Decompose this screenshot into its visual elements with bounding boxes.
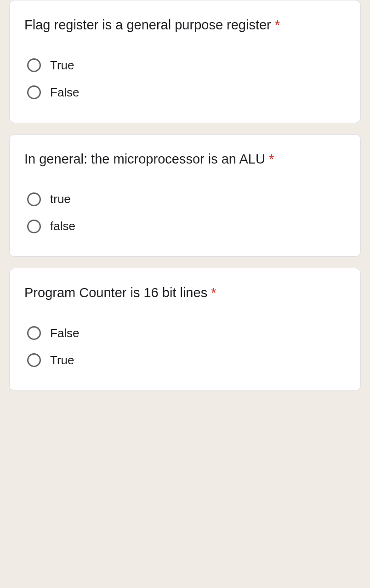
options-group: true false (24, 186, 346, 240)
radio-icon (27, 353, 41, 367)
option-label: false (50, 219, 75, 233)
radio-icon (27, 192, 41, 206)
question-text: Flag register is a general purpose regis… (24, 15, 346, 35)
required-indicator: * (211, 285, 216, 300)
question-label: Flag register is a general purpose regis… (24, 17, 271, 32)
option-label: False (50, 326, 80, 340)
radio-option-false[interactable]: False (24, 79, 346, 106)
question-label: In general: the microprocessor is an ALU (24, 152, 265, 166)
options-group: True False (24, 52, 346, 106)
question-card-1: Flag register is a general purpose regis… (9, 0, 361, 123)
radio-option-false[interactable]: false (24, 213, 346, 240)
options-group: False True (24, 320, 346, 374)
question-card-3: Program Counter is 16 bit lines * False … (9, 268, 361, 391)
radio-icon (27, 58, 41, 72)
question-text: Program Counter is 16 bit lines * (24, 283, 346, 303)
radio-icon (27, 326, 41, 340)
radio-option-true[interactable]: True (24, 347, 346, 374)
radio-option-true[interactable]: true (24, 186, 346, 213)
radio-option-true[interactable]: True (24, 52, 346, 79)
question-label: Program Counter is 16 bit lines (24, 285, 207, 300)
required-indicator: * (269, 152, 274, 166)
question-text: In general: the microprocessor is an ALU… (24, 149, 346, 170)
radio-option-false[interactable]: False (24, 320, 346, 347)
radio-icon (27, 85, 41, 99)
question-card-2: In general: the microprocessor is an ALU… (9, 134, 361, 257)
option-label: False (50, 85, 80, 100)
radio-icon (27, 220, 41, 233)
option-label: True (50, 353, 74, 368)
option-label: true (50, 192, 71, 206)
option-label: True (50, 58, 74, 73)
required-indicator: * (275, 17, 280, 32)
